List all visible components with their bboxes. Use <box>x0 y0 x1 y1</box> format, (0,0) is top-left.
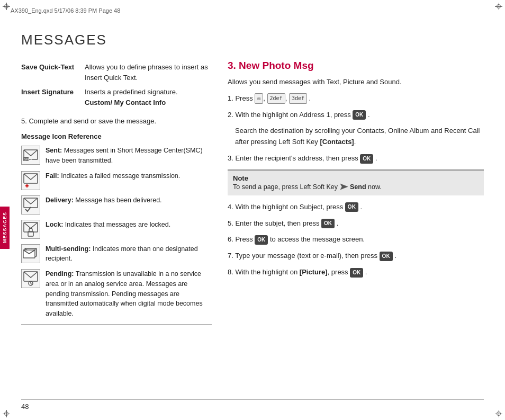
ok-button-step7: OK <box>380 252 393 261</box>
key-3def: 3def <box>289 93 307 104</box>
page-number: 48 <box>21 403 29 410</box>
pending-description: Pending: Transmission is unavailable in … <box>46 269 212 319</box>
list-item: Lock: Indicates that messages are locked… <box>21 220 212 239</box>
main-content: MESSAGES Save Quick-Text Allows you to d… <box>21 26 484 391</box>
side-tab: MESSAGES <box>0 207 10 249</box>
side-tab-label: MESSAGES <box>2 212 7 243</box>
step-5: 5. Enter the subjet, then press OK . <box>228 218 484 229</box>
step-2: 2. With the highlight on Address 1, pres… <box>228 110 484 121</box>
ok-button-step3: OK <box>360 154 373 164</box>
note-title: Note <box>233 174 479 182</box>
crosshair-bottom-right <box>495 410 502 417</box>
ok-button-step2: OK <box>353 110 366 120</box>
note-suffix: now. <box>368 183 382 191</box>
insert-signature-highlight: Custom/ My Contact Info <box>85 99 166 106</box>
ok-button-step8: OK <box>350 268 363 278</box>
save-quick-text-label: Save Quick-Text <box>21 60 85 85</box>
top-bar: AX390_Eng.qxd 5/17/06 8:39 PM Page 48 <box>11 7 494 14</box>
icon-ref-list: SMS Sent: Messages sent in Short Message… <box>21 146 212 319</box>
delivery-icon <box>21 195 40 215</box>
crosshair-bottom-left <box>3 410 10 417</box>
key-2def: 2def <box>267 93 285 104</box>
list-item: Pending: Transmission is unavailable in … <box>21 269 212 319</box>
quick-text-table: Save Quick-Text Allows you to define phr… <box>21 60 212 110</box>
lock-icon <box>21 220 40 239</box>
page-title: MESSAGES <box>21 32 484 48</box>
multi-sending-icon <box>21 244 40 263</box>
list-item: Delivery: Message has been delivered. <box>21 195 212 215</box>
step-8: 8. With the highlight on [Picture], pres… <box>228 267 484 278</box>
ok-button-step5: OK <box>321 219 335 228</box>
insert-signature-value: Inserts a predefined signature.Custom/ M… <box>85 85 212 110</box>
right-column: 3. New Photo Msg Allows you send message… <box>228 60 484 391</box>
sent-description: Sent: Messages sent in Short Message Cen… <box>46 146 212 166</box>
ok-button-step6: OK <box>255 235 268 245</box>
fail-icon <box>21 171 40 190</box>
list-item: SMS Sent: Messages sent in Short Message… <box>21 146 212 166</box>
send-label: Send <box>350 183 368 191</box>
insert-signature-label: Insert Signature <box>21 85 85 110</box>
svg-text:SMS: SMS <box>24 157 32 161</box>
picture-bracket: [Picture] <box>300 268 328 276</box>
envelope-key: ✉ <box>255 93 263 104</box>
table-row: Save Quick-Text Allows you to define phr… <box>21 60 212 85</box>
ok-button-step4: OK <box>345 202 358 212</box>
step-4: 4. With the highlight on Subject, press … <box>228 202 484 213</box>
table-row: Insert Signature Inserts a predefined si… <box>21 85 212 110</box>
fail-description: Fail: Indicates a failed message transmi… <box>46 171 180 181</box>
icon-ref-title: Message Icon Reference <box>21 132 212 140</box>
list-item: Fail: Indicates a failed message transmi… <box>21 171 212 190</box>
file-info: AX390_Eng.qxd 5/17/06 8:39 PM Page 48 <box>11 7 120 14</box>
multi-sending-description: Multi-sending: Indicates more than one d… <box>46 244 212 264</box>
crosshair-top-left <box>3 3 10 10</box>
crosshair-top-right <box>495 3 502 10</box>
sent-icon: SMS <box>21 146 40 165</box>
lock-description: Lock: Indicates that messages are locked… <box>46 220 170 230</box>
list-item: Multi-sending: Indicates more than one d… <box>21 244 212 264</box>
section-title: 3. New Photo Msg <box>228 60 484 72</box>
complete-text: 5. Complete and send or save the message… <box>21 117 212 125</box>
delivery-description: Delivery: Message has been delivered. <box>46 195 162 205</box>
step-1: 1. Press ✉, 2def, 3def . <box>228 93 484 104</box>
two-col-layout: Save Quick-Text Allows you to define phr… <box>21 60 484 391</box>
step-7: 7. Type your message (text or e-mail), t… <box>228 251 484 262</box>
svg-line-14 <box>31 283 32 284</box>
note-text: To send a page, press Left Soft Key <box>233 183 340 191</box>
pending-icon <box>21 269 40 288</box>
step-2-sub: Search the destination by scrolling your… <box>228 126 484 148</box>
bottom-line <box>21 399 484 400</box>
left-column: Save Quick-Text Allows you to define phr… <box>21 60 212 391</box>
step-3: 3. Enter the recipient's address, then p… <box>228 153 484 164</box>
contacts-bracket: [Contacts] <box>320 138 354 146</box>
send-icon <box>340 183 348 192</box>
left-bottom-divider <box>21 324 212 325</box>
save-quick-text-value: Allows you to define phrases to insert a… <box>85 60 212 85</box>
note-box: Note To send a page, press Left Soft Key… <box>228 169 484 195</box>
intro-text: Allows you send messages with Text, Pict… <box>228 77 484 88</box>
step-6: 6. Press OK to access the message screen… <box>228 234 484 245</box>
